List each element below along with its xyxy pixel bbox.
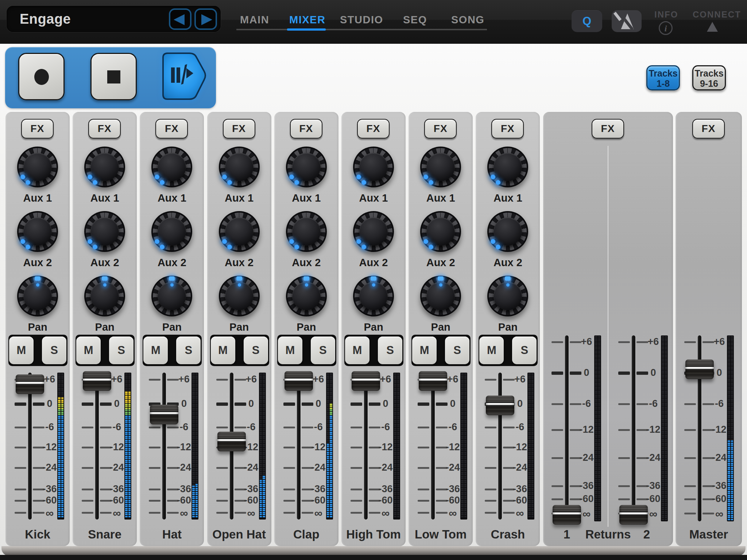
tick-left [82,512,93,514]
pan-knob[interactable] [487,276,528,316]
pan-knob[interactable] [17,276,58,316]
solo-button[interactable]: S [311,337,335,364]
mute-button[interactable]: M [143,337,168,364]
tab-seq[interactable]: SEQ [403,14,427,26]
solo-button[interactable]: S [109,337,133,364]
channel-fader-handle[interactable] [16,374,44,394]
mute-button[interactable]: M [278,337,302,364]
channel-fader-track[interactable] [364,373,368,520]
aux1-knob[interactable] [17,147,58,187]
aux2-knob[interactable] [353,211,394,252]
return-2-fader-handle[interactable] [619,505,648,525]
channel-fader-handle[interactable] [150,405,178,424]
fx-button[interactable]: FX [592,119,624,139]
next-project-button[interactable] [194,8,217,30]
master-fader-handle[interactable] [685,359,714,379]
aux1-knob[interactable] [286,147,327,187]
mute-button[interactable]: M [211,337,235,364]
aux1-knob[interactable] [420,147,461,187]
mute-button[interactable]: M [345,337,369,364]
pan-led [169,276,175,281]
channel-fader-track[interactable] [162,373,166,520]
channel-fader-track[interactable] [28,373,32,520]
aux2-knob-body [158,217,186,246]
aux1-knob[interactable] [487,147,528,187]
scale-label: ∞ [510,507,530,520]
return-2-fader-track[interactable] [632,335,635,521]
aux2-knob[interactable] [487,211,528,252]
channel-fader-handle[interactable] [352,371,380,391]
pan-knob[interactable] [353,276,394,316]
tab-song[interactable]: SONG [451,14,484,26]
solo-button[interactable]: S [176,337,201,364]
quantize-button[interactable]: Q [572,10,602,32]
tab-main[interactable]: MAIN [240,14,269,26]
fx-button[interactable]: FX [692,119,725,139]
aux2-knob[interactable] [219,211,260,252]
pause-play-button[interactable] [162,52,209,101]
scale-label: -6 [442,421,463,433]
channel-fader-handle[interactable] [285,371,313,391]
project-selector[interactable]: Engage [7,6,221,32]
metronome-button[interactable] [612,10,642,32]
channel-fader-handle[interactable] [419,371,447,391]
connect-icon[interactable] [707,22,718,32]
solo-button[interactable]: S [42,337,66,364]
pan-knob[interactable] [151,276,192,316]
pan-knob[interactable] [286,276,327,316]
mute-button[interactable]: M [412,337,437,364]
aux2-knob[interactable] [151,211,192,252]
info-label: INFO [654,9,678,20]
pan-knob[interactable] [420,276,461,316]
pan-knob[interactable] [219,276,260,316]
solo-button[interactable]: S [512,337,537,364]
solo-button[interactable]: S [244,337,268,364]
aux2-knob[interactable] [420,211,461,252]
mute-button[interactable]: M [479,337,504,364]
channel-fader-handle[interactable] [83,371,111,391]
record-button[interactable] [18,53,65,100]
return-1-fader-handle[interactable] [553,505,581,525]
fx-button[interactable]: FX [155,119,188,139]
pan-knob[interactable] [84,276,125,316]
tick-left [418,467,429,469]
aux1-knob[interactable] [353,147,394,187]
info-icon[interactable]: i [659,21,673,35]
mute-button[interactable]: M [76,337,101,364]
tick-left [15,427,26,428]
tab-mixer[interactable]: MIXER [289,14,325,26]
tracks-9-16-button[interactable]: Tracks 9-16 [692,65,726,90]
channel-fader-track[interactable] [498,373,502,520]
tab-studio[interactable]: STUDIO [340,14,383,26]
solo-button[interactable]: S [445,337,469,364]
aux1-knob[interactable] [219,147,260,187]
aux2-knob[interactable] [286,211,327,252]
channel-fader-handle[interactable] [217,432,246,451]
fx-button[interactable]: FX [357,119,390,139]
fx-button[interactable]: FX [424,119,457,139]
channel-fader-track[interactable] [431,373,435,520]
tracks-1-8-button[interactable]: Tracks 1-8 [646,65,680,90]
channel-level-meter [326,373,333,520]
stop-button[interactable] [90,53,137,100]
fx-button[interactable]: FX [223,119,255,139]
solo-button[interactable]: S [378,337,402,364]
aux1-knob[interactable] [84,147,125,187]
aux1-knob-body [23,153,52,181]
strip-clap: FXAux 1Aux 2PanMS+60-6-12-24-36-60∞Clap [274,112,338,546]
scale-label: -6 [709,398,729,409]
fx-button[interactable]: FX [491,119,524,139]
aux2-knob[interactable] [84,211,125,252]
fx-button[interactable]: FX [290,119,322,139]
scale-label: -60 [174,495,194,506]
channel-fader-track[interactable] [297,373,301,520]
aux1-knob[interactable] [151,147,192,187]
tick-left [216,512,228,514]
fx-button[interactable]: FX [88,119,121,139]
fx-button[interactable]: FX [21,119,54,139]
prev-project-button[interactable] [169,8,191,30]
channel-fader-track[interactable] [95,373,99,520]
mute-button[interactable]: M [9,337,34,364]
aux2-knob[interactable] [17,211,58,252]
channel-fader-handle[interactable] [486,396,514,415]
